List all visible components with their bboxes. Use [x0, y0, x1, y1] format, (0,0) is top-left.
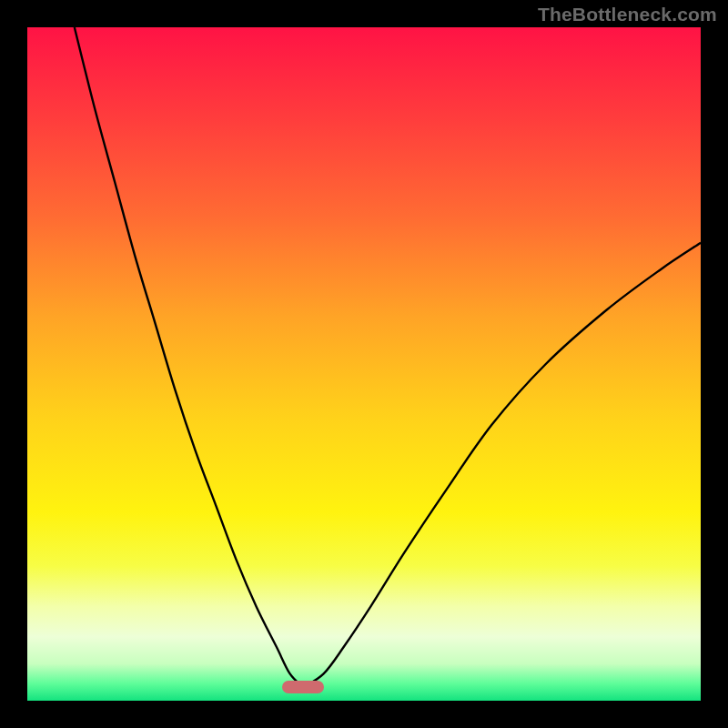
curve-right-branch — [303, 243, 701, 687]
optimal-point-marker — [282, 681, 324, 693]
bottleneck-curve — [27, 27, 701, 701]
curve-left-branch — [75, 27, 304, 687]
watermark-text: TheBottleneck.com — [538, 4, 717, 25]
plot-area — [27, 27, 701, 701]
chart-frame: TheBottleneck.com — [0, 0, 728, 728]
